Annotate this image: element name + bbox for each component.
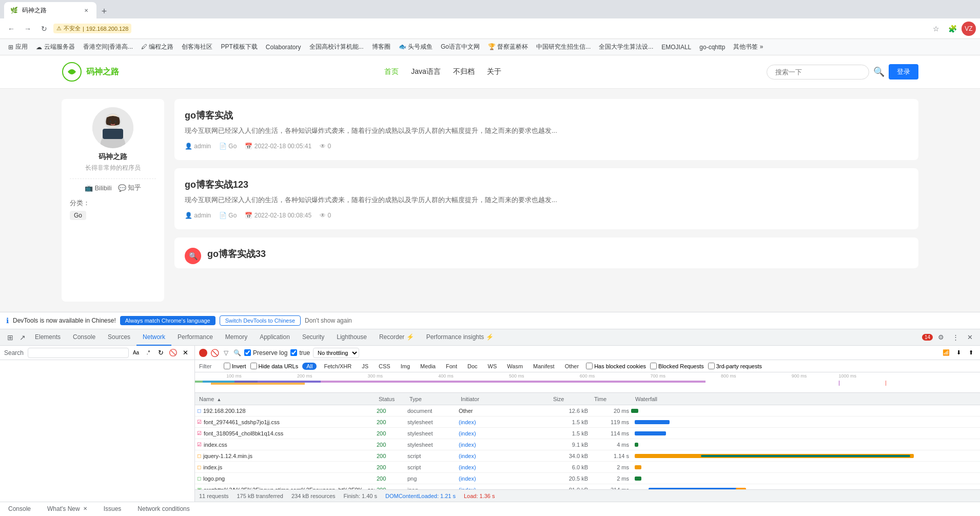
devtools-close-btn[interactable]: ✕ (964, 331, 976, 344)
tab-elements[interactable]: Elements (29, 329, 67, 346)
filter-media-btn[interactable]: Media (417, 363, 439, 370)
bookmark-emoji[interactable]: EMOJIALL (659, 43, 693, 52)
site-search-btn[interactable]: 🔍 (873, 66, 885, 77)
tab-close-btn[interactable]: ✕ (82, 6, 90, 14)
post-title-2[interactable]: go博客实战123 (185, 178, 908, 191)
table-row[interactable]: ☑ font_3180954_chol8bk1q14.css 200 style… (195, 428, 980, 439)
network-import-btn[interactable]: ⬆ (966, 348, 976, 358)
filter-fetch-btn[interactable]: Fetch/XHR (321, 363, 355, 370)
bookmark-btn[interactable]: ☆ (929, 22, 943, 36)
bilibili-link[interactable]: 📺 Bilibili (85, 183, 111, 192)
search-clear-btn[interactable]: 🚫 (168, 348, 178, 358)
forward-btn[interactable]: → (21, 22, 35, 36)
tab-recorder[interactable]: Recorder ⚡ (373, 329, 420, 346)
search-dt-input[interactable] (28, 348, 129, 358)
table-row[interactable]: ◻ jquery-1.12.4.min.js 200 script (index… (195, 450, 980, 462)
tab-security[interactable]: Security (296, 329, 330, 346)
bookmark-lanqiao[interactable]: 🏆 督察蓝桥杯 (486, 42, 530, 52)
tab-memory[interactable]: Memory (219, 329, 253, 346)
header-size[interactable]: Size (551, 396, 592, 402)
preserve-log-label[interactable]: Preserve log (244, 349, 287, 356)
tab-sources[interactable]: Sources (102, 329, 136, 346)
new-tab-btn[interactable]: + (96, 4, 112, 18)
nav-home[interactable]: 首页 (384, 67, 399, 76)
devtools-settings-btn[interactable]: ⚙ (935, 331, 947, 344)
bookmark-ppt[interactable]: PPT模板下载 (219, 42, 259, 52)
tab-lighthouse[interactable]: Lighthouse (330, 329, 373, 346)
filter-ws-btn[interactable]: WS (485, 363, 500, 370)
filter-wasm-btn[interactable]: Wasm (504, 363, 526, 370)
back-btn[interactable]: ← (4, 22, 18, 36)
bookmark-coding[interactable]: 🖊 编程之路 (139, 42, 175, 52)
devtools-dock-btn[interactable]: ⊞ (4, 331, 16, 344)
filter-doc-btn[interactable]: Doc (464, 363, 481, 370)
nav-archive[interactable]: 不归档 (453, 67, 475, 76)
bookmark-go[interactable]: Go语言中文网 (439, 42, 482, 52)
bookmark-blog[interactable]: 博客圈 (370, 42, 393, 52)
search-overlay-btn[interactable]: 🔍 (185, 248, 201, 264)
devtools-more-btn[interactable]: ⋮ (949, 331, 962, 344)
login-btn[interactable]: 登录 (889, 64, 918, 80)
bottom-tab-issues[interactable]: Issues (100, 502, 126, 517)
search-requests-btn[interactable]: 🔍 (233, 349, 241, 357)
bookmark-other[interactable]: 其他书签 » (731, 42, 765, 52)
preserve-log-checkbox[interactable] (244, 349, 251, 356)
filter-css-btn[interactable]: CSS (376, 363, 394, 370)
network-icon-1[interactable]: 📶 (941, 348, 951, 358)
bookmark-chuangke[interactable]: 创客海社区 (180, 42, 214, 52)
bookmark-apps[interactable]: ⊞ 应用 (6, 42, 30, 52)
filter-icon-btn[interactable]: ▽ (222, 349, 230, 357)
table-row[interactable]: ☑ index.css 200 stylesheet (index) 9.1 k… (195, 439, 980, 450)
blocked-requests-label[interactable]: Blocked Requests (650, 363, 704, 369)
tab-network[interactable]: Network (136, 329, 171, 346)
category-tag-go[interactable]: Go (70, 211, 86, 220)
filter-js-btn[interactable]: JS (359, 363, 371, 370)
hide-data-url-checkbox[interactable] (250, 363, 257, 369)
table-row[interactable]: ☑ font_2974461_sdshp7jo1jj.css 200 style… (195, 416, 980, 428)
browser-tab[interactable]: 🌿 码神之路 ✕ (4, 2, 96, 18)
invert-checkbox[interactable] (224, 363, 230, 369)
bookmark-cs[interactable]: 全国高校计算机能... (307, 42, 366, 52)
invert-checkbox-label[interactable]: Invert (224, 363, 246, 369)
filter-font-btn[interactable]: Font (443, 363, 460, 370)
search-regex-btn[interactable]: .* (143, 348, 153, 358)
tab-performance[interactable]: Performance (171, 329, 219, 346)
nav-java[interactable]: Java语言 (411, 67, 441, 76)
table-row[interactable]: ▣ src=http%3A%2F%2Finews.gtimg.com%2Fnew… (195, 484, 980, 489)
bottom-tab-console[interactable]: Console (4, 502, 35, 517)
bookmark-fish[interactable]: 🐟 头号咸鱼 (397, 42, 435, 52)
tab-application[interactable]: Application (253, 329, 296, 346)
filter-other-btn[interactable]: Other (562, 363, 582, 370)
filter-all-btn[interactable]: All (302, 363, 317, 370)
bookmark-hk[interactable]: 香港空间|香港高... (81, 42, 135, 52)
search-close-btn[interactable]: ✕ (180, 348, 190, 358)
bottom-tab-network-conditions[interactable]: Network conditions (133, 502, 193, 517)
extensions-btn[interactable]: 🧩 (945, 22, 959, 36)
network-export-btn[interactable]: ⬇ (953, 348, 964, 358)
blocked-cookies-checkbox[interactable] (586, 363, 593, 369)
header-status[interactable]: Status (377, 396, 407, 402)
header-name[interactable]: Name ▲ (197, 396, 377, 402)
tab-perf-insights[interactable]: Performance insights ⚡ (420, 329, 500, 346)
header-time[interactable]: Time (592, 396, 633, 402)
nav-about[interactable]: 关于 (487, 67, 501, 76)
blocked-requests-checkbox[interactable] (650, 363, 657, 369)
switch-chinese-btn[interactable]: Switch DevTools to Chinese (220, 315, 301, 326)
record-btn[interactable] (199, 349, 207, 357)
header-type[interactable]: Type (407, 396, 459, 402)
table-row[interactable]: ◻ 192.168.200.128 200 document Other 12.… (195, 405, 980, 416)
bookmark-algorithm[interactable]: 全国大学生算法设... (597, 42, 655, 52)
dont-show-again-btn[interactable]: Don't show again (305, 317, 352, 324)
clear-btn[interactable]: 🚫 (210, 349, 219, 357)
table-row[interactable]: ◻ logo.png 200 png (index) 20.5 kB 2 ms (195, 473, 980, 484)
post-title-1[interactable]: go博客实战 (185, 109, 908, 122)
bottom-tab-whats-new[interactable]: What's New ✕ (43, 502, 91, 517)
header-waterfall[interactable]: Waterfall (633, 396, 978, 402)
whats-new-close[interactable]: ✕ (83, 506, 87, 511)
bookmark-cloud-server[interactable]: ☁ 云端服务器 (34, 42, 77, 52)
header-initiator[interactable]: Initiator (459, 396, 551, 402)
third-party-checkbox[interactable] (708, 363, 715, 369)
devtools-inspect-btn[interactable]: ↗ (16, 331, 29, 344)
tab-console[interactable]: Console (67, 329, 102, 346)
third-party-label[interactable]: 3rd-party requests (708, 363, 762, 369)
